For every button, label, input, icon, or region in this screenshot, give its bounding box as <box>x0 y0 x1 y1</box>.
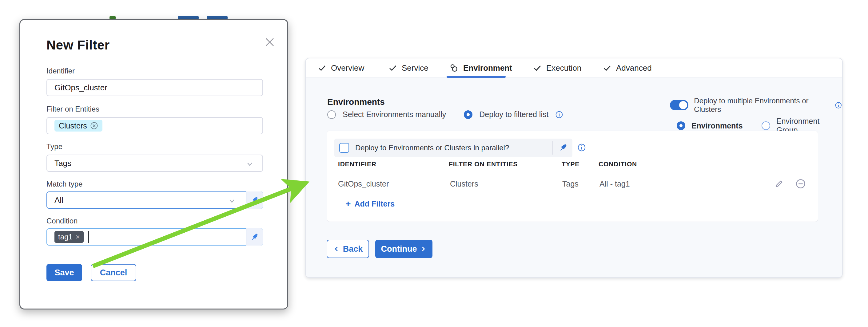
cell-entities: Clusters <box>450 179 478 188</box>
condition-input[interactable]: tag1 × <box>46 228 263 246</box>
parallel-label: Deploy to Environments or Clusters in pa… <box>355 143 509 152</box>
radio-select-manually[interactable] <box>327 110 336 119</box>
info-icon[interactable] <box>577 143 586 152</box>
text-caret <box>88 231 89 243</box>
pin-button[interactable] <box>246 228 263 246</box>
col-header-type: TYPE <box>562 160 580 168</box>
back-chevron-icon <box>333 246 340 252</box>
entities-chip[interactable]: Clusters <box>55 120 102 132</box>
tab-service[interactable]: Service <box>388 58 429 77</box>
save-button[interactable]: Save <box>46 264 82 281</box>
back-button-label: Back <box>343 244 363 254</box>
match-type-value: All <box>55 195 63 205</box>
edit-icon[interactable] <box>772 177 786 191</box>
chevron-down-icon[interactable] <box>227 196 237 206</box>
entities-label: Filter on Entities <box>46 105 99 113</box>
type-label: Type <box>46 142 62 151</box>
condition-chip[interactable]: tag1 × <box>55 231 84 243</box>
radio-label: Deploy to filtered list <box>479 110 549 119</box>
radio-environment-group[interactable] <box>762 121 770 130</box>
identifier-value: GitOps_cluster <box>55 83 107 93</box>
background-fragment-blue <box>178 16 199 19</box>
remove-icon[interactable] <box>794 177 807 191</box>
new-filter-modal: New Filter Identifier GitOps_cluster Fil… <box>20 19 288 309</box>
cancel-button-label: Cancel <box>100 268 127 277</box>
divider <box>552 141 553 155</box>
check-icon <box>317 63 327 72</box>
check-icon <box>533 63 542 72</box>
tab-label: Execution <box>546 63 581 73</box>
save-button-label: Save <box>55 268 74 277</box>
continue-button[interactable]: Continue <box>375 240 432 258</box>
page: New Filter Identifier GitOps_cluster Fil… <box>0 0 868 327</box>
radio-deploy-filtered-list[interactable] <box>464 110 472 119</box>
col-header-condition: CONDITION <box>598 160 637 168</box>
environments-heading: Environments <box>327 97 385 107</box>
type-value: Tags <box>55 159 71 168</box>
tab-label: Overview <box>331 63 364 73</box>
background-fragment-green <box>110 16 116 19</box>
match-type-label: Match type <box>46 180 83 188</box>
tab-advanced[interactable]: Advanced <box>602 58 652 77</box>
pin-icon <box>250 195 259 205</box>
multi-env-toggle-row: Deploy to multiple Environments or Clust… <box>670 97 842 114</box>
pin-button[interactable] <box>558 142 568 153</box>
add-filters-button[interactable]: + Add Filters <box>345 199 395 208</box>
cell-identifier: GitOps_cluster <box>338 179 389 188</box>
close-icon[interactable] <box>263 35 277 49</box>
type-select[interactable]: Tags <box>46 155 263 172</box>
identifier-label: Identifier <box>46 67 75 75</box>
modal-title: New Filter <box>46 38 110 53</box>
tab-overview[interactable]: Overview <box>317 58 364 77</box>
entities-input[interactable]: Clusters <box>46 117 263 134</box>
tab-execution[interactable]: Execution <box>533 58 581 77</box>
cell-condition: All - tag1 <box>599 179 630 188</box>
match-type-select[interactable]: All <box>46 192 263 209</box>
radio-label: Select Environments manually <box>343 110 446 119</box>
chevron-down-icon[interactable] <box>245 160 254 169</box>
tab-label: Environment <box>463 63 512 73</box>
col-header-entities: FILTER ON ENTITIES <box>449 160 518 168</box>
pipeline-stage-panel: Overview Service Environment Execution A… <box>305 58 843 278</box>
cancel-button[interactable]: Cancel <box>91 264 136 281</box>
info-icon[interactable] <box>835 101 842 109</box>
background-fragment-blue <box>207 16 227 19</box>
pin-icon <box>558 142 568 153</box>
back-button[interactable]: Back <box>327 240 369 258</box>
parallel-checkbox[interactable] <box>339 143 349 153</box>
continue-button-label: Continue <box>381 244 417 254</box>
filters-card: Deploy to Environments or Clusters in pa… <box>327 131 818 222</box>
environment-icon <box>449 63 459 73</box>
stage-tabbar: Overview Service Environment Execution A… <box>306 58 842 77</box>
plus-icon: + <box>345 199 351 208</box>
active-tab-underline <box>446 76 506 78</box>
tab-environment[interactable]: Environment <box>449 58 512 77</box>
condition-label: Condition <box>46 217 78 225</box>
col-header-identifier: IDENTIFIER <box>338 160 376 168</box>
multi-env-toggle[interactable] <box>670 100 688 110</box>
add-filters-label: Add Filters <box>354 199 395 208</box>
pin-icon <box>250 232 259 241</box>
pin-button[interactable] <box>246 192 263 209</box>
tab-label: Service <box>402 63 429 73</box>
entities-chip-label: Clusters <box>59 121 87 130</box>
deploy-mode-radio-group: Select Environments manually Deploy to f… <box>327 110 563 119</box>
check-icon <box>602 63 612 72</box>
radio-label: Environments <box>691 121 743 130</box>
tab-label: Advanced <box>616 63 652 73</box>
toggle-label: Deploy to multiple Environments or Clust… <box>694 97 829 114</box>
identifier-input[interactable]: GitOps_cluster <box>46 79 263 96</box>
cell-type: Tags <box>562 179 579 188</box>
condition-chip-label: tag1 <box>58 233 72 241</box>
toggle-knob <box>679 101 687 109</box>
parallel-deploy-row: Deploy to Environments or Clusters in pa… <box>334 139 572 157</box>
radio-environments[interactable] <box>677 121 685 130</box>
chip-remove-icon[interactable] <box>90 122 98 130</box>
info-icon[interactable] <box>555 111 563 119</box>
chip-remove-icon[interactable]: × <box>76 233 80 241</box>
check-icon <box>388 63 397 72</box>
continue-chevron-icon <box>420 246 427 252</box>
